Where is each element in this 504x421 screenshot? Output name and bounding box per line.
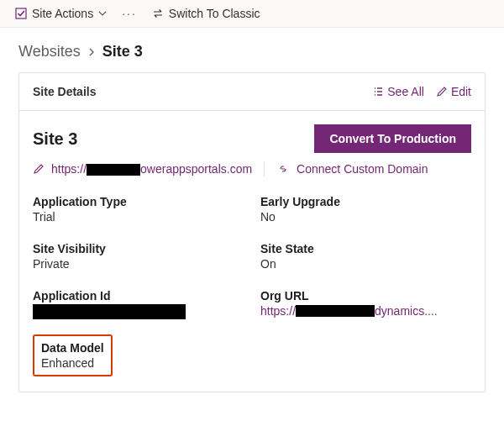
edit-label: Edit [451,85,471,98]
card-header: Site Details See All Edit [19,73,485,111]
pencil-icon [436,86,448,97]
field-label: Site Visibility [33,242,244,255]
switch-classic-label: Switch To Classic [169,7,260,20]
connect-custom-domain-link[interactable]: Connect Custom Domain [297,162,428,176]
see-all-button[interactable]: See All [372,85,424,98]
switch-classic-button[interactable]: Switch To Classic [152,7,260,20]
list-icon [372,86,384,97]
url-prefix: https:// [51,162,87,176]
edit-button[interactable]: Edit [436,85,471,98]
url-suffix: owerappsportals.com [140,162,252,176]
field-value: Private [33,257,244,271]
field-label: Site State [260,242,471,255]
field-value: On [260,257,471,271]
more-actions-button[interactable]: ··· [122,7,137,20]
chevron-right-icon [87,47,96,57]
field-site-visibility: Site Visibility Private [33,242,244,271]
field-value: No [260,210,471,224]
breadcrumb: Websites Site 3 [0,28,504,72]
site-url-row: https://owerappsportals.com Connect Cust… [33,161,471,176]
card-title: Site Details [33,85,96,98]
card-body: Site 3 Convert To Production https://owe… [19,111,485,392]
chevron-down-icon [98,9,107,18]
properties-grid: Application Type Trial Early Upgrade No … [33,195,471,319]
field-value: Enhanced [41,356,104,370]
convert-to-production-button[interactable]: Convert To Production [314,124,471,153]
data-model-highlight: Data Model Enhanced [33,334,113,376]
field-label: Application Id [33,289,244,303]
check-icon [15,8,27,19]
svg-rect-0 [16,8,26,18]
link-icon [276,163,290,175]
breadcrumb-parent[interactable]: Websites [18,43,81,61]
site-actions-menu[interactable]: Site Actions [15,7,107,20]
redacted-url-part [87,164,140,176]
org-url-prefix: https:// [260,304,296,318]
field-site-state: Site State On [260,242,471,271]
site-actions-label: Site Actions [32,7,93,20]
field-application-id: Application Id [33,289,244,319]
swap-icon [152,8,164,19]
field-value [33,304,244,319]
field-label: Org URL [260,289,471,303]
vertical-separator [264,161,265,176]
field-value: Trial [33,210,244,224]
pencil-icon[interactable] [33,163,45,175]
field-label: Data Model [41,341,104,355]
org-url-link[interactable]: https://dynamics.... [260,304,471,318]
field-label: Application Type [33,195,244,208]
top-toolbar: Site Actions ··· Switch To Classic [0,0,504,28]
redacted-org-url [296,305,375,317]
field-early-upgrade: Early Upgrade No [260,195,471,224]
site-title: Site 3 [33,129,77,149]
field-label: Early Upgrade [260,195,471,208]
see-all-label: See All [387,85,424,98]
org-url-suffix: dynamics.... [375,304,438,318]
redacted-app-id [33,304,186,319]
breadcrumb-current: Site 3 [102,43,143,61]
field-org-url: Org URL https://dynamics.... [260,289,471,319]
field-application-type: Application Type Trial [33,195,244,224]
site-url-link[interactable]: https://owerappsportals.com [51,162,252,176]
site-details-card: Site Details See All Edit Site 3 Convert… [18,72,486,392]
